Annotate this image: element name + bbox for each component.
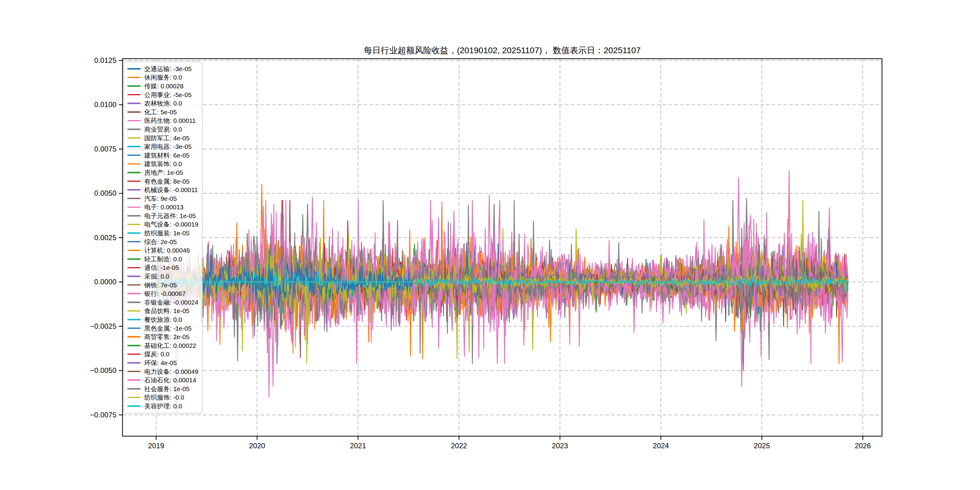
y-tick-label: −0.0075 <box>68 411 116 419</box>
legend-item: 钢铁: 7e-05 <box>127 281 199 290</box>
legend-item: 有色金属: 8e-05 <box>127 177 199 186</box>
legend-item: 房地产: 1e-05 <box>127 168 199 177</box>
x-tick-label: 2023 <box>542 442 578 450</box>
legend-label: 有色金属: 8e-05 <box>144 178 189 185</box>
legend-item: 黑色金属: -1e-05 <box>127 324 199 333</box>
legend-line-swatch <box>127 77 141 78</box>
legend-label: 食品饮料: 1e-05 <box>144 308 189 314</box>
legend-line-swatch <box>127 154 141 156</box>
legend-label: 计算机: 0.00046 <box>144 247 190 253</box>
legend-item: 商业贸易: 0.0 <box>127 125 199 134</box>
legend-line-swatch <box>127 275 141 277</box>
legend-label: 钢铁: 7e-05 <box>144 282 177 288</box>
x-tick-label: 2022 <box>441 442 477 450</box>
legend-item: 电力设备: -0.00049 <box>127 367 199 376</box>
legend-line-swatch <box>127 267 141 269</box>
legend-label: 纺织服装: 1e-05 <box>144 230 189 236</box>
legend-line-swatch <box>127 310 141 312</box>
legend-item: 休闲服务: 0.0 <box>127 73 199 82</box>
legend-line-swatch <box>127 129 141 130</box>
legend-line-swatch <box>127 94 141 95</box>
legend-line-swatch <box>127 405 141 407</box>
legend-line-swatch <box>127 258 141 260</box>
series-lines <box>156 170 848 413</box>
legend-label: 黑色金属: -1e-05 <box>144 325 191 331</box>
legend-item: 传媒: 0.00028 <box>127 82 199 91</box>
legend-label: 银行: -0.00067 <box>144 290 186 297</box>
legend-line-swatch <box>127 181 141 182</box>
legend-label: 休闲服务: 0.0 <box>144 74 182 80</box>
legend-label: 家用电器: -3e-05 <box>144 143 191 150</box>
legend-line-swatch <box>127 137 141 139</box>
legend-item: 建筑材料: 6e-05 <box>127 151 199 160</box>
legend-line-swatch <box>127 302 141 303</box>
y-tick-label: 0.0125 <box>68 56 116 65</box>
legend-line-swatch <box>127 284 141 286</box>
figure: 每日行业超额风险收益，(20190102, 20251107)， 数值表示日：2… <box>0 0 980 490</box>
legend-label: 电子: 0.00013 <box>144 204 184 210</box>
legend-line-swatch <box>127 111 141 113</box>
legend-label: 农林牧渔: 0.0 <box>144 100 182 107</box>
legend-item: 轻工制造: 0.0 <box>127 255 199 263</box>
x-tick-label: 2024 <box>643 442 679 450</box>
legend-item: 餐饮旅游: 0.0 <box>127 315 199 324</box>
legend-item: 综合: 2e-05 <box>127 237 199 246</box>
x-tick-label: 2019 <box>138 442 174 450</box>
legend-line-swatch <box>127 371 141 372</box>
legend-label: 轻工制造: 0.0 <box>144 256 182 262</box>
legend-item: 公用事业: -5e-05 <box>127 91 199 99</box>
legend-item: 机械设备: -0.00011 <box>127 185 199 194</box>
legend-item: 社会服务: 1e-05 <box>127 385 199 393</box>
legend-item: 商贸零售: 2e-05 <box>127 332 199 341</box>
legend-item: 家用电器: -3e-05 <box>127 142 199 151</box>
legend-label: 社会服务: 1e-05 <box>144 386 189 392</box>
legend-label: 化工: 5e-05 <box>144 109 177 115</box>
legend-label: 商贸零售: 2e-05 <box>144 334 189 340</box>
legend-item: 食品饮料: 1e-05 <box>127 307 199 315</box>
legend-item: 电气设备: -0.00019 <box>127 220 199 229</box>
legend: 交通运输: -3e-05休闲服务: 0.0传媒: 0.00028公用事业: -5… <box>123 61 203 414</box>
legend-line-swatch <box>127 120 141 122</box>
legend-item: 汽车: 9e-05 <box>127 194 199 203</box>
x-tick-label: 2021 <box>340 442 376 450</box>
y-tick-label: −0.0050 <box>68 366 116 375</box>
legend-line-swatch <box>127 397 141 398</box>
legend-item: 美容护理: 0.0 <box>127 402 199 410</box>
legend-label: 电气设备: -0.00019 <box>144 221 199 228</box>
legend-line-swatch <box>127 85 141 87</box>
legend-line-swatch <box>127 319 141 320</box>
legend-line-swatch <box>127 68 141 70</box>
legend-item: 非银金融: -0.00024 <box>127 298 199 307</box>
x-tick-label: 2026 <box>845 442 881 450</box>
legend-line-swatch <box>127 172 141 173</box>
legend-item: 采掘: 0.0 <box>127 272 199 281</box>
x-tick-label: 2020 <box>239 442 275 450</box>
legend-item: 医药生物: 0.00011 <box>127 116 199 125</box>
legend-item: 环保: 4e-05 <box>127 358 199 367</box>
legend-line-swatch <box>127 198 141 199</box>
legend-label: 公用事业: -5e-05 <box>144 92 191 98</box>
legend-line-swatch <box>127 103 141 104</box>
legend-line-swatch <box>127 207 141 208</box>
legend-label: 建筑材料: 6e-05 <box>144 152 189 159</box>
legend-item: 石油石化: 0.00014 <box>127 375 199 385</box>
legend-label: 基础化工: 0.00022 <box>144 342 196 349</box>
legend-item: 通信: -1e-05 <box>127 263 199 272</box>
legend-label: 电子元器件: 1e-05 <box>144 213 196 219</box>
legend-item: 农林牧渔: 0.0 <box>127 99 199 108</box>
legend-line-swatch <box>127 224 141 225</box>
legend-label: 非银金融: -0.00024 <box>144 299 199 305</box>
legend-item: 国防军工: 4e-05 <box>127 134 199 142</box>
legend-label: 房地产: 1e-05 <box>144 169 183 176</box>
legend-label: 美容护理: 0.0 <box>144 403 182 409</box>
legend-line-swatch <box>127 163 141 165</box>
legend-label: 综合: 2e-05 <box>144 239 177 245</box>
legend-line-swatch <box>127 250 141 251</box>
legend-line-swatch <box>127 362 141 364</box>
legend-label: 环保: 4e-05 <box>144 360 177 366</box>
legend-label: 煤炭: 0.0 <box>144 351 169 357</box>
legend-label: 医药生物: 0.00011 <box>144 117 196 124</box>
legend-item: 化工: 5e-05 <box>127 108 199 116</box>
legend-line-swatch <box>127 293 141 294</box>
legend-item: 银行: -0.00067 <box>127 289 199 298</box>
